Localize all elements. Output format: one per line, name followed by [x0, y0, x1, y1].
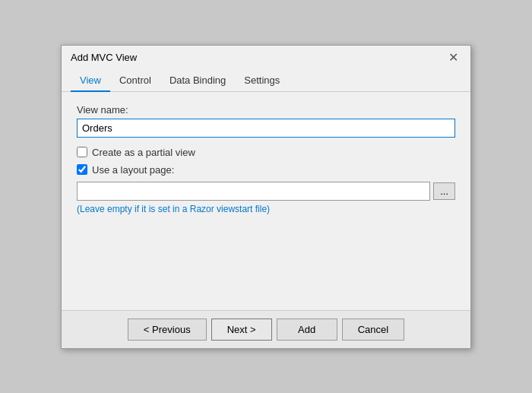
- use-layout-label[interactable]: Use a layout page:: [92, 164, 174, 176]
- view-name-input[interactable]: [77, 119, 455, 138]
- title-bar: Add MVC View ✕: [62, 46, 470, 70]
- use-layout-group: Use a layout page:: [77, 164, 455, 176]
- layout-page-input[interactable]: [77, 182, 430, 201]
- view-name-group: View name:: [77, 104, 455, 138]
- hint-text: (Leave empty if it is set in a Razor vie…: [77, 204, 455, 214]
- close-button[interactable]: ✕: [445, 52, 461, 64]
- tab-data-binding[interactable]: Data Binding: [160, 70, 235, 91]
- use-layout-checkbox[interactable]: [77, 164, 87, 175]
- tab-settings[interactable]: Settings: [235, 70, 289, 91]
- previous-button[interactable]: < Previous: [128, 319, 207, 341]
- dialog-footer: < Previous Next > Add Cancel: [62, 310, 470, 348]
- layout-page-row: ...: [77, 182, 455, 201]
- add-button[interactable]: Add: [277, 319, 337, 341]
- tab-control[interactable]: Control: [110, 70, 160, 91]
- create-partial-group: Create as a partial view: [77, 147, 455, 158]
- cancel-button[interactable]: Cancel: [342, 319, 404, 341]
- view-name-label: View name:: [77, 104, 455, 116]
- add-mvc-view-dialog: Add MVC View ✕ View Control Data Binding…: [61, 45, 471, 349]
- form-content: View name: Create as a partial view Use …: [62, 92, 470, 310]
- tab-view[interactable]: View: [71, 70, 110, 92]
- dialog-title: Add MVC View: [71, 52, 137, 63]
- create-partial-label[interactable]: Create as a partial view: [92, 147, 195, 158]
- tab-bar: View Control Data Binding Settings: [62, 70, 470, 92]
- browse-button[interactable]: ...: [433, 182, 455, 200]
- next-button[interactable]: Next >: [211, 319, 272, 341]
- create-partial-checkbox[interactable]: [77, 147, 87, 157]
